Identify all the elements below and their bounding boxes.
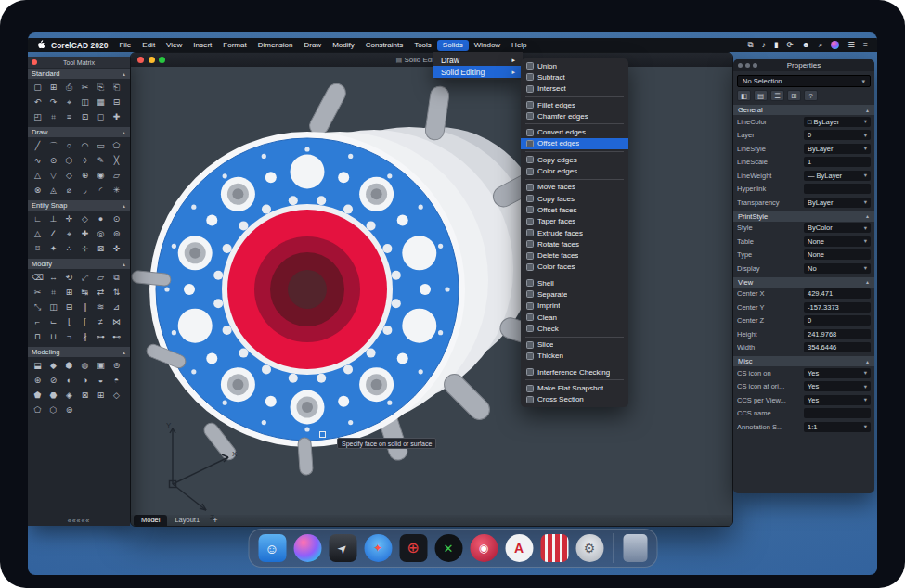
spotlight-list-icon[interactable]: ≡: [863, 41, 868, 49]
tool-icon[interactable]: ✂: [77, 80, 93, 95]
tool-icon[interactable]: ⎙: [61, 80, 77, 95]
tool-icon[interactable]: ⤢: [77, 270, 93, 285]
tool-icon[interactable]: ↶: [30, 95, 45, 109]
tool-icon[interactable]: ⊙: [45, 153, 61, 168]
tab-layout1[interactable]: Layout1: [167, 515, 207, 526]
tool-icon[interactable]: ⊜: [109, 358, 124, 373]
display-icon[interactable]: ⧉: [748, 41, 754, 49]
tool-icon[interactable]: ⬠: [109, 138, 124, 153]
tool-icon[interactable]: △: [30, 226, 45, 241]
tool-icon[interactable]: ⊥: [45, 211, 61, 226]
menu-item-color-edges[interactable]: Color edges: [521, 165, 628, 176]
tool-icon[interactable]: ◇: [61, 168, 77, 183]
menu-insert[interactable]: Insert: [187, 40, 217, 51]
camera-app-icon[interactable]: ◉: [470, 534, 498, 562]
tool-icon[interactable]: ⧉: [109, 270, 124, 285]
prop-value[interactable]: Yes: [804, 395, 871, 405]
props-section-view[interactable]: View: [733, 277, 874, 288]
tool-icon[interactable]: ⌀: [61, 183, 77, 198]
props-section-general[interactable]: General: [733, 105, 874, 115]
menu-modify[interactable]: Modify: [327, 40, 360, 51]
menu-edit[interactable]: Edit: [136, 40, 161, 51]
menu-item-delete-faces[interactable]: Delete faces: [521, 249, 628, 261]
tool-icon[interactable]: ◓: [109, 373, 124, 388]
menu-item-cross-section[interactable]: Cross Section: [521, 394, 628, 405]
prop-value[interactable]: -157.3373: [804, 302, 871, 313]
tool-icon[interactable]: ∦: [77, 329, 93, 344]
tool-section-modeling[interactable]: Modeling: [28, 347, 130, 357]
tool-icon[interactable]: ∴: [61, 241, 77, 256]
tool-icon[interactable]: ▭: [93, 138, 109, 153]
tool-icon[interactable]: ⇄: [93, 285, 109, 300]
menu-constraints[interactable]: Constraints: [360, 40, 408, 51]
prop-value[interactable]: 354.6446: [804, 342, 871, 352]
tool-icon[interactable]: ⊟: [109, 95, 124, 109]
quick-select-button[interactable]: ▤: [754, 90, 768, 101]
menu-item-slice[interactable]: Slice: [521, 339, 628, 351]
tool-icon[interactable]: ▱: [109, 168, 124, 183]
app-menu-title[interactable]: CorelCAD 2020: [51, 41, 108, 50]
window-titlebar[interactable]: ▤ Solid Editing 3.dwg: [131, 53, 732, 67]
tool-icon[interactable]: ∠: [45, 226, 61, 241]
tool-icon[interactable]: ⊕: [77, 168, 93, 183]
tool-icon[interactable]: ⌈: [77, 314, 93, 329]
tool-section-standard[interactable]: Standard: [28, 69, 130, 79]
menu-item-copy-faces[interactable]: Copy faces: [521, 193, 628, 204]
finder-icon[interactable]: ☺: [258, 534, 286, 562]
tool-icon[interactable]: ⌗: [45, 285, 61, 300]
tool-icon[interactable]: ◫: [77, 95, 93, 109]
prop-value[interactable]: ByColor: [804, 223, 871, 233]
tool-icon[interactable]: ⟲: [61, 270, 77, 285]
tool-icon[interactable]: ◇: [77, 211, 93, 226]
menu-item-offset-faces[interactable]: Offset faces: [521, 204, 628, 215]
tool-icon[interactable]: ∿: [30, 153, 45, 168]
tool-icon[interactable]: ⌖: [61, 226, 77, 241]
tool-icon[interactable]: ↔: [45, 270, 61, 285]
launchpad-icon[interactable]: ➤: [329, 534, 356, 562]
tool-icon[interactable]: ◒: [93, 373, 109, 388]
user-icon[interactable]: ☻: [802, 41, 810, 49]
tool-icon[interactable]: ⊛: [30, 373, 45, 388]
tool-icon[interactable]: ⊠: [77, 388, 93, 403]
tool-icon[interactable]: ◻: [93, 109, 109, 124]
tool-icon[interactable]: ✦: [45, 241, 61, 256]
prop-value[interactable]: Yes: [804, 381, 871, 391]
tool-icon[interactable]: ◬: [45, 183, 61, 198]
tool-icon[interactable]: ⊞: [93, 388, 109, 403]
grid-view-button[interactable]: ⊞: [787, 90, 801, 101]
close-window-button[interactable]: [137, 57, 144, 63]
tool-icon[interactable]: ◫: [45, 300, 61, 314]
props-section-misc[interactable]: Misc: [733, 356, 874, 366]
menu-item-convert-edges[interactable]: Convert edges: [521, 126, 628, 137]
tool-icon[interactable]: ⌗: [45, 109, 61, 124]
tool-icon[interactable]: ◑: [77, 373, 93, 388]
battery-icon[interactable]: ▮: [774, 41, 779, 49]
tool-section-draw[interactable]: Draw: [28, 127, 130, 137]
menu-item-chamfer-edges[interactable]: Chamfer edges: [521, 110, 628, 121]
tab-model[interactable]: Model: [134, 515, 167, 526]
menu-item-subtract[interactable]: Subtract: [521, 71, 628, 83]
tool-icon[interactable]: ⤡: [30, 300, 45, 314]
tool-icon[interactable]: ⋈: [109, 314, 124, 329]
tool-icon[interactable]: ⌐: [30, 314, 45, 329]
siri-icon[interactable]: [831, 41, 839, 49]
drawing-canvas[interactable]: Y X Z Specify face on solid or surface M…: [131, 67, 732, 526]
tool-icon[interactable]: ⌙: [45, 314, 61, 329]
menu-item-check[interactable]: Check: [521, 323, 628, 334]
menu-item-thicken[interactable]: Thicken: [521, 351, 628, 362]
tool-icon[interactable]: ◆: [45, 358, 61, 373]
tool-icon[interactable]: ⬢: [61, 358, 77, 373]
menu-tools[interactable]: Tools: [408, 40, 437, 51]
settings-icon[interactable]: ⚙: [575, 534, 603, 562]
menu-item-draw[interactable]: Draw▸: [433, 54, 523, 66]
tool-icon[interactable]: ◈: [61, 388, 77, 403]
prop-value[interactable]: No: [804, 263, 871, 274]
menu-file[interactable]: File: [113, 40, 136, 51]
tool-icon[interactable]: ⬟: [30, 388, 45, 403]
tool-icon[interactable]: ↷: [45, 95, 61, 109]
tool-icon[interactable]: ◍: [77, 358, 93, 373]
menu-item-color-faces[interactable]: Color faces: [521, 262, 628, 273]
tool-icon[interactable]: ≋: [93, 300, 109, 314]
menu-dimension[interactable]: Dimension: [252, 40, 299, 51]
tool-icon[interactable]: ⊞: [45, 80, 61, 95]
